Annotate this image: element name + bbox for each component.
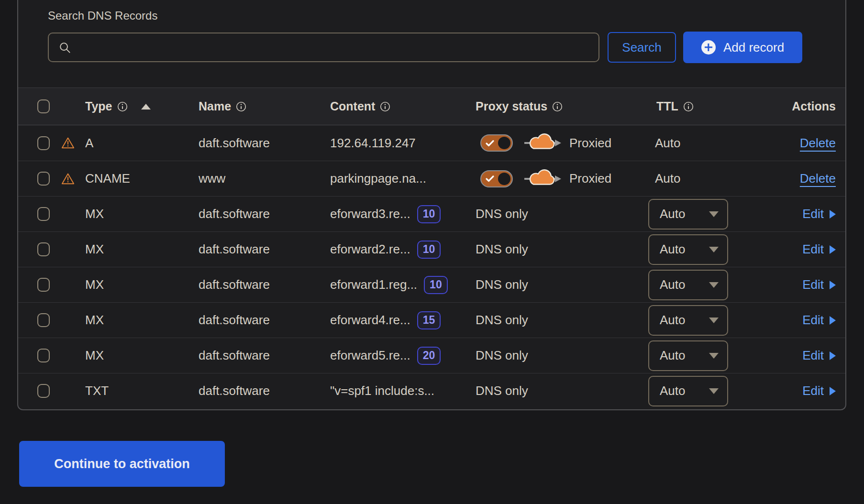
info-icon[interactable] (552, 101, 563, 112)
sort-ascending-icon[interactable] (141, 104, 151, 110)
search-row: Search Add record (48, 32, 845, 63)
ttl-dropdown-value: Auto (660, 242, 686, 257)
record-type: TXT (85, 383, 109, 398)
row-select-cell (18, 349, 56, 362)
record-content: eforward1.reg... (330, 277, 417, 292)
actions-cell: Delete (766, 136, 845, 151)
edit-button[interactable]: Edit (802, 277, 836, 292)
chevron-right-icon (830, 210, 836, 219)
table-body: A daft.software 192.64.119.247 Proxied (18, 125, 845, 408)
record-content: eforward3.re... (330, 207, 410, 221)
ttl-dropdown[interactable]: Auto (648, 305, 728, 336)
header-content[interactable]: Content (330, 99, 476, 113)
proxy-toggle[interactable] (480, 170, 513, 187)
row-checkbox[interactable] (37, 207, 50, 221)
row-warning-cell (56, 208, 85, 220)
ttl-dropdown[interactable]: Auto (648, 234, 728, 265)
chevron-down-icon (709, 388, 719, 394)
header-proxy-status-label: Proxy status (476, 99, 547, 113)
ttl-dropdown-value: Auto (660, 383, 686, 398)
row-checkbox[interactable] (37, 136, 50, 150)
record-type-cell: MX (85, 277, 199, 292)
edit-button[interactable]: Edit (802, 348, 836, 363)
toggle-knob (498, 173, 510, 185)
header-ttl[interactable]: TTL (648, 99, 766, 113)
ttl-cell: Auto (648, 199, 766, 230)
row-checkbox[interactable] (37, 278, 50, 292)
record-content-cell: "v=spf1 include:s... (330, 383, 476, 398)
ttl-cell: Auto (648, 305, 766, 336)
delete-button[interactable]: Delete (800, 171, 836, 186)
row-checkbox[interactable] (37, 172, 50, 186)
header-type[interactable]: Type (85, 99, 199, 113)
chevron-right-icon (830, 316, 836, 325)
record-type-cell: A (85, 136, 199, 151)
row-checkbox[interactable] (37, 313, 50, 327)
record-content: parkingpage.na... (330, 171, 426, 186)
add-record-button[interactable]: Add record (683, 32, 802, 63)
row-checkbox[interactable] (37, 242, 50, 256)
proxied-cloud-icon (523, 169, 562, 188)
priority-badge: 20 (417, 347, 441, 365)
continue-to-activation-button[interactable]: Continue to activation (19, 441, 225, 487)
header-actions: Actions (766, 99, 845, 113)
header-name-label: Name (199, 99, 231, 113)
ttl-cell: Auto (648, 234, 766, 265)
record-type: MX (85, 313, 104, 328)
proxy-status-cell: DNS only (476, 277, 648, 292)
edit-label: Edit (802, 348, 824, 363)
proxy-status-cell: DNS only (476, 348, 648, 363)
row-select-cell (18, 313, 56, 327)
chevron-right-icon (830, 245, 836, 254)
plus-icon (701, 40, 716, 55)
row-warning-cell (56, 350, 85, 362)
actions-cell: Delete (766, 171, 845, 186)
proxy-status-label: DNS only (476, 277, 528, 292)
check-icon (486, 140, 494, 147)
warning-icon (61, 173, 75, 185)
search-label: Search DNS Records (48, 9, 845, 23)
row-checkbox[interactable] (37, 384, 50, 398)
proxy-status-cell: DNS only (476, 313, 648, 328)
info-icon[interactable] (683, 101, 694, 112)
delete-button[interactable]: Delete (800, 136, 836, 151)
ttl-dropdown[interactable]: Auto (648, 340, 728, 371)
edit-button[interactable]: Edit (802, 383, 836, 398)
actions-cell: Edit (766, 313, 845, 328)
edit-label: Edit (802, 313, 824, 328)
edit-button[interactable]: Edit (802, 207, 836, 221)
record-name-cell: daft.software (199, 313, 330, 328)
edit-button[interactable]: Edit (802, 313, 836, 328)
ttl-dropdown[interactable]: Auto (648, 270, 728, 300)
table-row: MX daft.software eforward5.re... 20 DNS … (18, 338, 845, 373)
ttl-dropdown-value: Auto (660, 313, 686, 328)
record-type-cell: MX (85, 348, 199, 363)
actions-cell: Edit (766, 383, 845, 398)
search-button[interactable]: Search (608, 32, 676, 63)
table-row: A daft.software 192.64.119.247 Proxied (18, 125, 845, 161)
header-name[interactable]: Name (199, 99, 330, 113)
record-name-cell: daft.software (199, 242, 330, 257)
info-icon[interactable] (380, 101, 390, 112)
ttl-dropdown[interactable]: Auto (648, 376, 728, 406)
ttl-dropdown[interactable]: Auto (648, 199, 728, 230)
header-proxy-status[interactable]: Proxy status (476, 99, 648, 113)
ttl-cell: Auto (648, 270, 766, 300)
warning-icon (61, 137, 75, 149)
table-row: MX daft.software eforward2.re... 10 DNS … (18, 231, 845, 267)
record-name-cell: daft.software (199, 207, 330, 221)
info-icon[interactable] (117, 101, 128, 112)
edit-button[interactable]: Edit (802, 242, 836, 257)
actions-cell: Edit (766, 277, 845, 292)
record-type-cell: MX (85, 207, 199, 221)
edit-label: Edit (802, 277, 824, 292)
row-checkbox[interactable] (37, 349, 50, 362)
proxy-status-label: DNS only (476, 207, 528, 221)
info-icon[interactable] (236, 101, 246, 112)
ttl-value: Auto (655, 171, 681, 186)
select-all-checkbox[interactable] (37, 99, 50, 113)
record-name: daft.software (199, 207, 270, 221)
record-type-cell: MX (85, 242, 199, 257)
proxy-toggle[interactable] (480, 134, 513, 152)
search-input[interactable] (71, 33, 598, 61)
